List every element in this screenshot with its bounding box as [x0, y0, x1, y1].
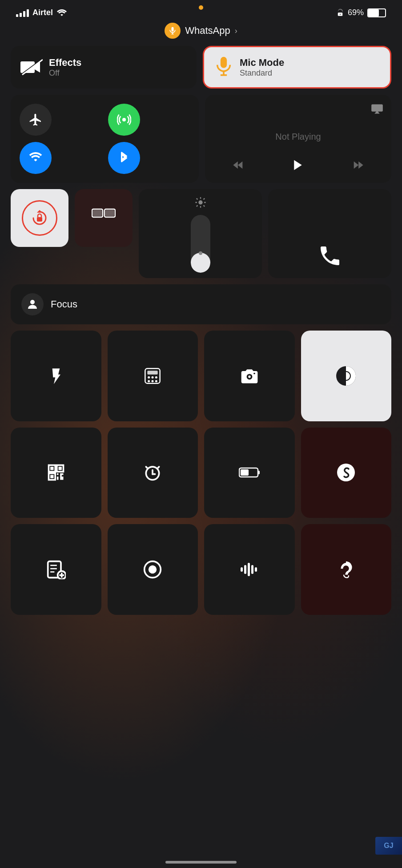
- connectivity-tile: [11, 95, 199, 183]
- effects-camera-icon: [20, 59, 43, 76]
- whatsapp-banner[interactable]: WhatsApp ›: [0, 20, 402, 46]
- calculator-tile[interactable]: [108, 331, 198, 421]
- qr-scan-tile[interactable]: [11, 428, 101, 518]
- svg-point-34: [148, 380, 150, 382]
- volume-tile[interactable]: [268, 189, 391, 278]
- brightness-tile[interactable]: [139, 189, 262, 278]
- svg-rect-17: [93, 210, 102, 216]
- focus-row: Focus: [11, 284, 391, 324]
- phone-icon: [318, 243, 342, 268]
- wifi-status-icon: [56, 9, 67, 17]
- camera-tile[interactable]: [204, 331, 295, 421]
- svg-point-1: [340, 13, 341, 14]
- top-row: Effects Off Mic Mode Standard: [11, 46, 391, 89]
- effects-subtitle: Off: [49, 69, 81, 78]
- tiles-row-5: [11, 428, 391, 518]
- battery-indicator: [367, 8, 386, 17]
- hearing-tile[interactable]: [301, 524, 392, 615]
- status-bar: Airtel 69%: [0, 0, 402, 20]
- svg-point-64: [149, 565, 157, 573]
- svg-point-28: [30, 300, 35, 304]
- home-indicator: [165, 861, 237, 864]
- focus-label: Focus: [51, 299, 77, 310]
- chevron-right-icon: ›: [235, 26, 237, 36]
- cellular-button[interactable]: [108, 104, 140, 136]
- mic-mode-text: Mic Mode Standard: [240, 57, 284, 78]
- screen-mirroring-icon: [92, 208, 116, 228]
- now-playing-tile: Not Playing: [205, 95, 391, 183]
- status-left: Airtel: [16, 8, 67, 17]
- svg-point-33: [155, 376, 157, 379]
- tiles-row-6: [11, 524, 391, 615]
- third-row: [11, 189, 391, 278]
- focus-icon: [21, 293, 44, 315]
- svg-rect-18: [105, 210, 114, 216]
- sun-icon: [194, 196, 207, 209]
- orientation-lock-tile[interactable]: [11, 189, 68, 247]
- status-right: 69%: [336, 8, 386, 17]
- mic-mode-icon: [214, 56, 233, 78]
- shazam-tile[interactable]: [301, 428, 392, 518]
- svg-rect-14: [37, 217, 42, 222]
- accessibility-tile[interactable]: [301, 331, 392, 421]
- screen-mirroring-tile[interactable]: [75, 189, 133, 247]
- signal-bars: [16, 9, 29, 17]
- orientation-lock-icon: [22, 200, 57, 236]
- airplane-mode-button[interactable]: [20, 104, 52, 136]
- rewind-button[interactable]: [232, 159, 245, 174]
- now-playing-status: Not Playing: [275, 115, 321, 158]
- svg-point-38: [248, 375, 251, 378]
- svg-rect-54: [241, 469, 249, 476]
- mic-mode-tile[interactable]: Mic Mode Standard: [203, 46, 391, 89]
- svg-rect-2: [172, 27, 174, 32]
- mic-mode-title: Mic Mode: [240, 57, 284, 69]
- rotation-lock-icon: [336, 9, 344, 17]
- now-playing-controls: [213, 158, 383, 175]
- svg-point-10: [122, 118, 126, 121]
- svg-line-24: [196, 198, 197, 199]
- svg-rect-69: [255, 567, 257, 572]
- battery-status-tile[interactable]: [204, 428, 295, 518]
- alarm-tile[interactable]: [108, 428, 198, 518]
- play-button[interactable]: [291, 158, 305, 175]
- svg-line-27: [196, 206, 197, 206]
- sound-recognition-tile[interactable]: [204, 524, 295, 615]
- svg-point-35: [152, 380, 154, 382]
- bluetooth-button[interactable]: [108, 142, 140, 174]
- airplay-icon[interactable]: [371, 103, 383, 115]
- svg-rect-67: [248, 563, 250, 576]
- mic-indicator-icon: [165, 23, 181, 39]
- effects-tile[interactable]: Effects Off: [11, 46, 197, 89]
- svg-point-32: [152, 376, 154, 379]
- battery-percentage: 69%: [348, 8, 364, 17]
- flashlight-tile[interactable]: [11, 331, 101, 421]
- svg-line-26: [203, 198, 204, 199]
- svg-line-25: [203, 206, 204, 206]
- svg-rect-45: [50, 467, 53, 470]
- mid-row: Not Playing: [11, 95, 391, 183]
- carrier-name: Airtel: [32, 8, 53, 17]
- svg-point-36: [155, 380, 157, 382]
- svg-rect-53: [258, 471, 260, 474]
- svg-rect-30: [148, 371, 158, 374]
- svg-point-31: [148, 376, 150, 379]
- whatsapp-label: WhatsApp: [185, 25, 230, 36]
- effects-text: Effects Off: [49, 57, 81, 78]
- tiles-row-4: [11, 331, 391, 421]
- svg-rect-47: [50, 475, 53, 478]
- svg-marker-12: [294, 160, 302, 170]
- effects-title: Effects: [49, 57, 81, 69]
- svg-point-19: [198, 200, 202, 204]
- wifi-button[interactable]: [20, 142, 52, 174]
- watermark: GJ: [375, 837, 402, 855]
- forward-button[interactable]: [352, 159, 364, 174]
- notes-add-tile[interactable]: [11, 524, 101, 615]
- svg-point-39: [253, 372, 255, 374]
- svg-rect-65: [241, 567, 243, 572]
- focus-tile[interactable]: Focus: [11, 284, 391, 324]
- svg-rect-46: [58, 467, 61, 470]
- screen-record-tile[interactable]: [108, 524, 198, 615]
- svg-marker-13: [37, 210, 42, 213]
- svg-rect-66: [244, 565, 246, 574]
- orange-dot-indicator: [199, 5, 203, 10]
